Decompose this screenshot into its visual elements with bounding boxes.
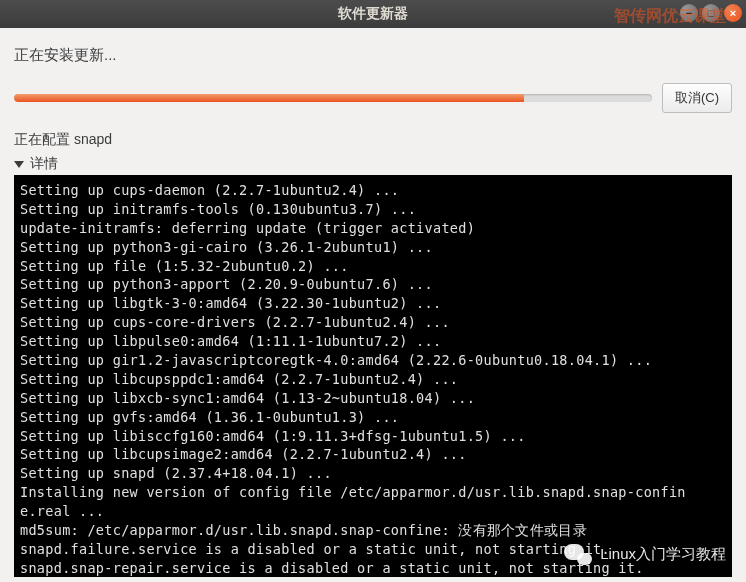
progress-bar xyxy=(14,94,652,102)
close-button[interactable]: × xyxy=(724,4,742,22)
progress-fill xyxy=(14,94,524,102)
chevron-down-icon xyxy=(14,161,24,168)
details-toggle[interactable]: 详情 xyxy=(14,155,732,173)
content-area: 正在安装更新... 取消(C) 正在配置 snapd 详情 Setting up… xyxy=(0,28,746,577)
cancel-button[interactable]: 取消(C) xyxy=(662,83,732,113)
window-controls: − □ × xyxy=(680,4,742,22)
maximize-button[interactable]: □ xyxy=(702,4,720,22)
window-title: 软件更新器 xyxy=(338,5,408,23)
config-status: 正在配置 snapd xyxy=(14,131,732,149)
terminal-output: Setting up cups-daemon (2.2.7-1ubuntu2.4… xyxy=(14,175,732,577)
minimize-button[interactable]: − xyxy=(680,4,698,22)
titlebar: 软件更新器 − □ × xyxy=(0,0,746,28)
progress-row: 取消(C) xyxy=(14,83,732,113)
install-heading: 正在安装更新... xyxy=(14,46,732,65)
details-label: 详情 xyxy=(30,155,58,173)
